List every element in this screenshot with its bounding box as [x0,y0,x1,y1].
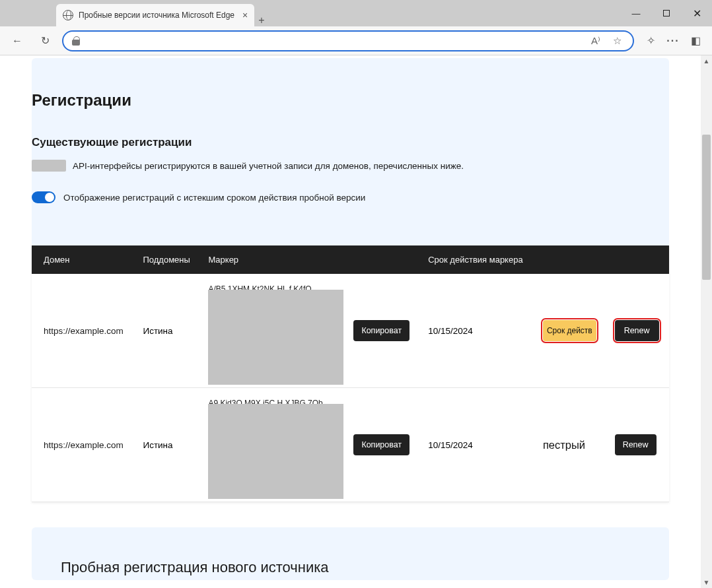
sidebar-icon[interactable]: ◧ [686,31,705,51]
cell-subdomains: Истина [135,274,200,388]
renew-button[interactable]: Renew [615,434,657,455]
page-title: Регистрации [32,91,669,110]
cell-domain: https://example.com [32,388,135,502]
cell-token: A9 Kid3O M9X i5C H XJBG 7Ob oonvrQ [200,388,345,502]
scroll-down-icon[interactable]: ▼ [701,577,712,588]
col-token: Маркер [200,245,345,274]
token-redaction [208,404,343,499]
col-expiry: Срок действия маркера [420,245,535,274]
cell-renew: Renew [607,274,669,388]
cell-status: Срок действ [535,274,607,388]
col-copy [345,245,420,274]
window-controls: — ✕ [621,0,712,26]
back-button[interactable]: ← [7,30,28,51]
redacted-chip [32,160,66,172]
scroll-thumb[interactable] [702,135,711,280]
table-row: https://example.com Истина A/B5 1XHM Kt2… [32,274,669,388]
lock-icon [71,36,81,46]
vertical-scrollbar[interactable]: ▲ ▼ [701,55,712,588]
browser-tab[interactable]: Пробные версии источника Microsoft Edge … [56,4,254,26]
cell-expiry: 10/15/2024 [420,274,535,388]
minimize-button[interactable]: — [621,0,651,26]
copy-button[interactable]: Копироват [353,434,409,455]
col-domain: Домен [32,245,135,274]
browser-tab-strip: Пробные версии источника Microsoft Edge … [0,0,712,26]
settings-menu-icon[interactable]: ··· [663,31,683,51]
cell-expiry: 10/15/2024 [420,388,535,502]
cell-copy: Копироват [345,388,420,502]
maximize-button[interactable] [651,0,682,26]
read-aloud-icon[interactable]: A⁾ [588,33,604,49]
cell-domain: https://example.com [32,274,135,388]
extensions-icon[interactable]: ✧ [641,31,660,51]
tab-title: Пробные версии источника Microsoft Edge [79,11,234,20]
section-subtitle: Существующие регистрации [32,136,669,149]
registrations-table: Домен Поддомены Маркер Срок действия мар… [32,245,669,502]
table-row: https://example.com Истина A9 Kid3O M9X … [32,388,669,502]
cell-token: A/B5 1XHM Kt2NK HL f K4fO QBE [200,274,345,388]
refresh-button[interactable]: ↻ [34,30,55,51]
toggle-label: Отображение регистраций с истекшим сроко… [63,193,365,203]
col-renew [607,245,669,274]
status-text: пестрый [543,439,585,451]
cell-subdomains: Истина [135,388,200,502]
address-bar-row: ← ↻ A⁾ ☆ ✧ ··· ◧ [0,26,712,55]
table-header-row: Домен Поддомены Маркер Срок действия мар… [32,245,669,274]
url-input[interactable]: A⁾ ☆ [62,30,634,51]
renew-button[interactable]: Renew [615,320,659,341]
new-tab-button[interactable]: + [258,15,264,26]
col-subdomains: Поддомены [135,245,200,274]
section-description: API-интерфейсы регистрируются в вашей уч… [73,161,464,171]
globe-icon [63,10,73,20]
favorite-icon[interactable]: ☆ [609,33,625,49]
copy-button[interactable]: Копироват [353,320,409,341]
status-expired-badge[interactable]: Срок действ [543,320,596,341]
scroll-up-icon[interactable]: ▲ [701,55,712,67]
close-tab-icon[interactable]: × [242,10,248,20]
close-window-button[interactable]: ✕ [682,0,712,26]
show-expired-toggle[interactable] [32,191,55,203]
new-origin-section: Пробная регистрация нового источника [32,527,669,580]
col-status [535,245,607,274]
token-redaction [208,290,343,385]
cell-copy: Копироват [345,274,420,388]
cell-renew: Renew [607,388,669,502]
viewport: Регистрации Существующие регистрации API… [0,55,712,588]
cell-status: пестрый [535,388,607,502]
section2-title: Пробная регистрация нового источника [61,559,640,576]
